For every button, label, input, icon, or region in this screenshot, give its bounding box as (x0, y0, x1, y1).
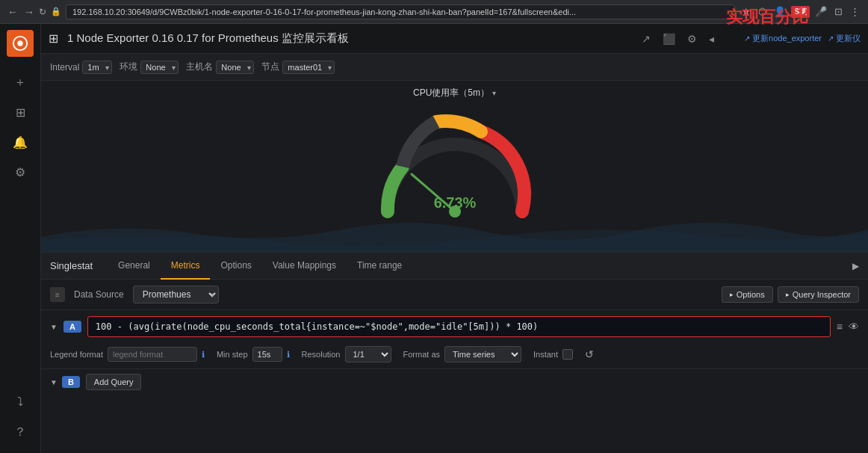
format-as-item: Format as Time series (403, 346, 522, 363)
node-label: 节点 (261, 61, 279, 73)
interval-filter: Interval 1m (50, 61, 112, 74)
node-select-wrap: master01 (282, 61, 335, 74)
sidebar-item-help[interactable]: ？ (5, 419, 35, 446)
env-filter: 环境 None (120, 61, 179, 74)
options-label: Options (737, 290, 765, 299)
apps-icon: ⊞ (49, 31, 58, 46)
grafana-logo (7, 30, 34, 57)
sidebar-bottom: ⤵ ？ (5, 389, 35, 453)
interval-select-wrap: 1m (82, 61, 112, 74)
datasource-select[interactable]: Promethues (133, 286, 219, 303)
resolution-select[interactable]: 1/1 (345, 346, 391, 363)
query-a-row: ▼ A 100 - (avg(irate(node_cpu_seconds_to… (41, 310, 868, 369)
back-button[interactable]: ← (6, 6, 19, 18)
query-inspector-arrow: ▸ (786, 291, 790, 298)
resolution-item: Resolution 1/1 (302, 346, 391, 363)
instant-item: Instant (533, 349, 573, 360)
tv-icon[interactable]: ⬛ (660, 30, 678, 48)
min-step-label: Min step (217, 350, 248, 359)
query-a-menu-icon[interactable]: ≡ (837, 321, 843, 333)
host-label: 主机名 (186, 61, 213, 73)
lock-icon: 🔒 (51, 7, 61, 16)
query-b-collapse[interactable]: ▼ (50, 378, 58, 386)
datasource-right-actions: ▸ Options ▸ Query Inspector (722, 286, 859, 303)
instant-label: Instant (533, 350, 558, 359)
query-a-options: Legend format ℹ Min step ℹ Resolution 1/… (50, 342, 859, 363)
panel-edit-header: Singlestat General Metrics Options Value… (41, 253, 868, 280)
gauge-dropdown-icon[interactable]: ▾ (492, 89, 496, 97)
update-dashboard-link[interactable]: 更新仪 (828, 33, 861, 44)
settings-icon[interactable]: ⚙ (684, 30, 700, 48)
sidebar-item-dashboards[interactable]: ⊞ (5, 99, 35, 126)
sidebar-item-alerts[interactable]: 🔔 (5, 129, 35, 155)
interval-select[interactable]: 1m (82, 61, 112, 74)
sidebar: ＋ ⊞ 🔔 ⚙ ⤵ ？ (0, 24, 41, 453)
wave-background (41, 207, 868, 252)
forward-button[interactable]: → (22, 6, 36, 18)
tab-value-mappings[interactable]: Value Mappings (262, 253, 347, 280)
mic-icon[interactable]: 🎤 (813, 6, 829, 17)
sidebar-item-signin[interactable]: ⤵ (5, 389, 35, 416)
url-bar[interactable]: 192.168.10.20:30649/d/9CWBz0bik/1-node-e… (66, 4, 735, 19)
update-node-exporter-link[interactable]: 更新node_exporter (744, 33, 822, 44)
sidebar-item-add[interactable]: ＋ (5, 69, 35, 96)
metrics-section: ≡ Data Source Promethues 实现百分比 ▸ Options… (41, 280, 868, 453)
env-select[interactable]: None (140, 61, 179, 74)
gauge-title: CPU使用率（5m） ▾ (41, 81, 868, 99)
query-inspector-label: Query Inspector (793, 290, 851, 299)
legend-format-item: Legend format ℹ (50, 347, 205, 362)
format-as-select[interactable]: Time series (444, 346, 521, 363)
query-a-collapse[interactable]: ▼ (50, 323, 58, 331)
top-bar-actions: ↗ ⬛ ⚙ ◂ 更新node_exporter 更新仪 (639, 30, 861, 48)
interval-label: Interval (50, 62, 79, 73)
svg-point-1 (17, 40, 22, 46)
panel-collapse-right[interactable]: ▶ (852, 261, 859, 271)
query-refresh-icon[interactable]: ↺ (585, 348, 594, 360)
legend-format-input[interactable] (108, 347, 197, 362)
query-a-expression[interactable]: 100 - (avg(irate(node_cpu_seconds_total{… (87, 316, 831, 337)
tab-metrics[interactable]: Metrics (161, 253, 211, 280)
format-as-label: Format as (403, 350, 441, 359)
env-label: 环境 (120, 61, 137, 73)
options-arrow: ▸ (730, 291, 734, 298)
menu-icon[interactable]: ⋮ (848, 6, 862, 17)
refresh-button[interactable]: ↻ (39, 7, 46, 17)
sidebar-item-settings[interactable]: ⚙ (5, 158, 35, 185)
nav-arrows: ← → ↻ (6, 6, 46, 18)
panel-title: 1 Node Exporter 0.16 0.17 for Prometheus… (67, 31, 349, 46)
tab-general[interactable]: General (108, 253, 161, 280)
filter-bar: Interval 1m 环境 None 主机名 (41, 54, 868, 81)
query-a-eye-icon[interactable]: 👁 (849, 321, 859, 333)
top-bar: ⊞ 1 Node Exporter 0.16 0.17 for Promethe… (41, 24, 868, 54)
resolution-label: Resolution (302, 350, 341, 359)
legend-format-info: ℹ (202, 350, 205, 360)
min-step-item: Min step ℹ (217, 347, 290, 362)
host-select-wrap: None (216, 61, 254, 74)
query-inspector-button[interactable]: ▸ Query Inspector (778, 286, 859, 303)
visualization-area: CPU使用率（5m） ▾ (41, 81, 868, 253)
env-select-wrap: None (140, 61, 179, 74)
datasource-row: ≡ Data Source Promethues 实现百分比 ▸ Options… (41, 280, 868, 310)
main-content: ⊞ 1 Node Exporter 0.16 0.17 for Promethe… (41, 24, 868, 453)
translate-icon[interactable]: ⊡ (832, 6, 845, 17)
query-a-label: A (63, 321, 81, 333)
add-query-row: ▼ B Add Query (41, 369, 868, 395)
tab-time-range[interactable]: Time range (347, 253, 412, 280)
min-step-input[interactable] (252, 347, 282, 362)
instant-checkbox[interactable] (562, 349, 573, 360)
node-select[interactable]: master01 (282, 61, 335, 74)
panel-type-label: Singlestat (50, 260, 93, 271)
datasource-label: Data Source (74, 289, 124, 300)
legend-format-label: Legend format (50, 350, 103, 359)
tab-options[interactable]: Options (210, 253, 261, 280)
min-step-info: ℹ (287, 350, 290, 360)
query-b-label: B (62, 376, 80, 388)
datasource-select-wrap: Promethues (133, 286, 219, 303)
datasource-icon: ≡ (50, 287, 65, 302)
add-query-button[interactable]: Add Query (86, 374, 142, 390)
collapse-icon[interactable]: ◂ (706, 30, 717, 48)
share-icon[interactable]: ↗ (639, 30, 654, 48)
options-button[interactable]: ▸ Options (722, 286, 773, 303)
app-container: ＋ ⊞ 🔔 ⚙ ⤵ ？ ⊞ 1 Node Exporter 0.16 0.17 … (0, 24, 868, 453)
host-select[interactable]: None (216, 61, 254, 74)
